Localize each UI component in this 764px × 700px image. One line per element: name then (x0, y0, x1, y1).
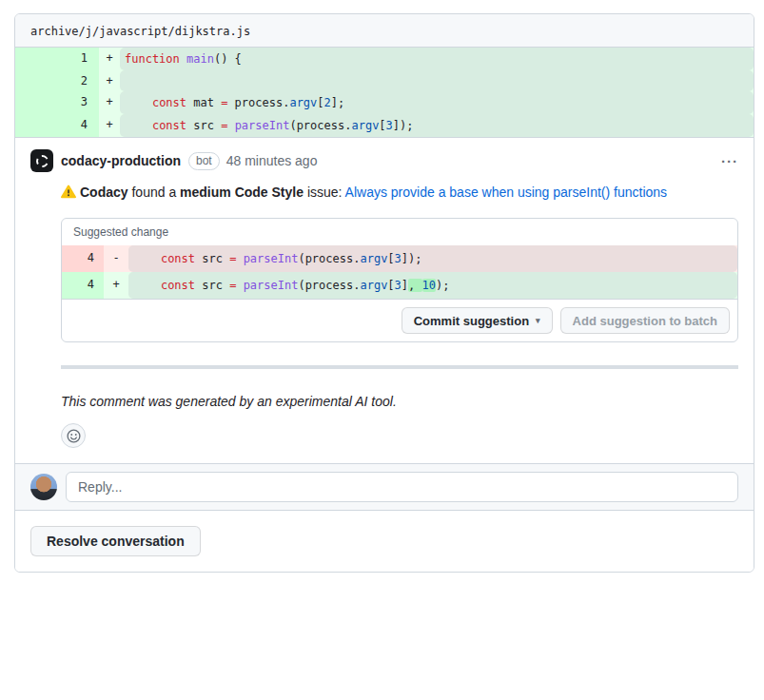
smiley-icon (67, 429, 81, 443)
diff-line-number: 4 (62, 245, 104, 272)
suggestion-diff-line: 4 - const src = parseInt(process.argv[3]… (62, 245, 737, 272)
reply-input[interactable] (66, 472, 738, 502)
file-path-link[interactable]: archive/j/javascript/dijkstra.js (30, 25, 250, 38)
suggestion-footer: Commit suggestion ▾ Add suggestion to ba… (62, 299, 737, 341)
reply-bar (15, 463, 754, 511)
diff-sign: + (99, 91, 120, 114)
diff-code (120, 70, 754, 91)
commit-suggestion-label: Commit suggestion (414, 314, 529, 328)
ai-footnote: This comment was generated by an experim… (61, 392, 738, 412)
diff-code: const mat = process.argv[2]; (120, 91, 754, 114)
diff-code: const src = parseInt(process.argv[3], 10… (128, 272, 737, 299)
diff-line-number: 4 (62, 272, 104, 299)
diff-line: 3 + const mat = process.argv[2]; (15, 91, 754, 114)
resolve-conversation-button[interactable]: Resolve conversation (30, 526, 201, 556)
codacy-logo-icon (36, 155, 49, 167)
diff-code: const src = parseInt(process.argv[3]); (120, 114, 754, 137)
suggested-change-box: Suggested change 4 - const src = parseIn… (61, 218, 738, 342)
comment-author[interactable]: codacy-production (61, 153, 181, 168)
diff-line: 4 + const src = parseInt(process.argv[3]… (15, 114, 754, 137)
comment-body: Codacy found a medium Code Style issue: … (61, 183, 738, 448)
bot-comment: codacy-production bot 48 minutes ago ···… (15, 138, 754, 463)
dropdown-caret-icon: ▾ (536, 316, 540, 325)
diff-sign: + (99, 70, 120, 91)
diff-code: function main() { (120, 48, 754, 70)
commit-suggestion-button[interactable]: Commit suggestion ▾ (402, 307, 553, 334)
suggested-change-title: Suggested change (62, 219, 737, 245)
diff-line: 2 + (15, 70, 754, 91)
kebab-menu-icon[interactable]: ··· (721, 153, 738, 169)
markdown-divider (61, 365, 738, 369)
diff-sign: - (104, 245, 128, 272)
user-avatar (30, 474, 57, 500)
diff-line-number: 2 (15, 70, 99, 91)
comment-timestamp[interactable]: 48 minutes ago (226, 153, 318, 168)
diff-block: 1 + function main() { 2 + 3 + const mat … (15, 48, 754, 138)
bot-badge: bot (188, 152, 220, 170)
comment-header: codacy-production bot 48 minutes ago ··· (30, 149, 738, 172)
issue-link[interactable]: Always provide a base when using parseIn… (345, 185, 668, 200)
thread-footer: Resolve conversation (15, 511, 754, 572)
diff-line: 1 + function main() { (15, 48, 754, 70)
diff-sign: + (99, 114, 120, 137)
diff-code: const src = parseInt(process.argv[3]); (128, 245, 737, 272)
suggestion-diff-line: 4 + const src = parseInt(process.argv[3]… (62, 272, 737, 299)
suggestion-diff: 4 - const src = parseInt(process.argv[3]… (62, 245, 737, 299)
file-header: archive/j/javascript/dijkstra.js (15, 14, 754, 48)
diff-sign: + (104, 272, 128, 299)
review-comment-card: archive/j/javascript/dijkstra.js 1 + fun… (14, 13, 754, 573)
add-reaction-button[interactable] (61, 423, 86, 448)
diff-line-number: 1 (15, 48, 99, 70)
diff-line-number: 4 (15, 114, 99, 137)
issue-alert: Codacy found a medium Code Style issue: … (61, 183, 738, 203)
diff-sign: + (99, 48, 120, 70)
bot-avatar[interactable] (30, 149, 53, 172)
diff-line-number: 3 (15, 91, 99, 114)
warning-icon (61, 185, 76, 199)
review-thread: archive/j/javascript/dijkstra.js 1 + fun… (0, 0, 764, 573)
add-suggestion-to-batch-button[interactable]: Add suggestion to batch (560, 307, 730, 334)
issue-alert-text: Codacy found a medium Code Style issue: (80, 185, 345, 200)
